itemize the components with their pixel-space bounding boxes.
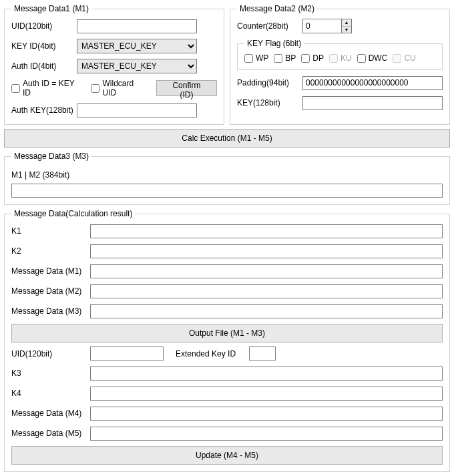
- checkbox-dwc[interactable]: DWC: [357, 53, 388, 63]
- output-md2[interactable]: [90, 284, 443, 298]
- label-authkey: Auth KEY(128bit): [11, 105, 77, 115]
- label-uid: UID(120bit): [11, 21, 77, 31]
- groupbox-m3: Message Data3 (M3) M1 | M2 (384bit): [4, 152, 450, 205]
- legend-calc-result: Message Data(Calculation result): [11, 209, 135, 218]
- input-uid[interactable]: [77, 19, 197, 33]
- label-k1: K1: [11, 226, 90, 236]
- checkbox-ku: KU: [329, 53, 352, 63]
- label-md2: Message Data (M2): [11, 286, 90, 296]
- label-authid: Auth ID(4bit): [11, 61, 77, 71]
- calc-execution-button[interactable]: Calc Execution (M1 - M5): [4, 129, 450, 148]
- label-keyid: KEY ID(4bit): [11, 41, 77, 51]
- select-authid[interactable]: MASTER_ECU_KEY: [77, 59, 197, 73]
- output-k4[interactable]: [90, 387, 443, 401]
- output-md4[interactable]: [90, 407, 443, 421]
- label-m1m2: M1 | M2 (384bit): [11, 170, 443, 180]
- output-k1[interactable]: [90, 224, 443, 238]
- label-k3: K3: [11, 369, 90, 378]
- groupbox-m1: Message Data1 (M1) UID(120bit) KEY ID(4b…: [4, 4, 224, 125]
- label-md1: Message Data (M1): [11, 266, 90, 276]
- label-counter: Counter(28bit): [237, 21, 302, 31]
- input-counter[interactable]: [302, 19, 341, 33]
- input-m1m2[interactable]: [11, 184, 443, 198]
- checkbox-authid-equals-keyid[interactable]: Auth ID = KEY ID: [11, 79, 84, 97]
- label-calc-uid: UID(120bit): [11, 349, 90, 359]
- checkbox-cu: CU: [393, 53, 415, 63]
- label-k2: K2: [11, 246, 90, 256]
- legend-m2: Message Data2 (M2): [237, 4, 317, 13]
- spinner-down-icon[interactable]: ▼: [342, 27, 351, 33]
- output-calc-uid[interactable]: [90, 346, 164, 361]
- output-k2[interactable]: [90, 244, 443, 258]
- legend-m1: Message Data1 (M1): [11, 4, 91, 13]
- output-k3[interactable]: [90, 367, 443, 381]
- label-k4: K4: [11, 389, 90, 398]
- label-ext-keyid: Extended Key ID: [176, 349, 249, 359]
- output-md3[interactable]: [90, 304, 443, 318]
- spinner-counter[interactable]: ▲ ▼: [302, 19, 352, 33]
- groupbox-m2: Message Data2 (M2) Counter(28bit) ▲ ▼ KE…: [230, 4, 450, 125]
- update-button[interactable]: Update (M4 - M5): [11, 446, 443, 465]
- output-md5[interactable]: [90, 427, 443, 441]
- label-md3: Message Data (M3): [11, 306, 90, 316]
- label-md5: Message Data (M5): [11, 429, 90, 438]
- input-authkey[interactable]: [77, 103, 197, 117]
- checkbox-wp[interactable]: WP: [244, 53, 268, 63]
- checkbox-dp[interactable]: DP: [301, 53, 324, 63]
- groupbox-keyflag: KEY Flag (6bit) WP BP DP KU DWC CU: [237, 39, 443, 70]
- groupbox-calc-result: Message Data(Calculation result) K1 K2 M…: [4, 209, 450, 472]
- label-md4: Message Data (M4): [11, 409, 90, 418]
- input-padding[interactable]: [302, 76, 443, 90]
- output-md1[interactable]: [90, 264, 443, 278]
- confirm-id-button[interactable]: Confirm (ID): [156, 80, 217, 96]
- output-file-button[interactable]: Output File (M1 - M3): [11, 324, 443, 342]
- checkbox-authid-equals-keyid-input[interactable]: [11, 84, 20, 93]
- spinner-up-icon[interactable]: ▲: [342, 19, 351, 27]
- legend-m3: Message Data3 (M3): [11, 152, 91, 161]
- input-key[interactable]: [302, 96, 443, 110]
- label-key: KEY(128bit): [237, 98, 302, 107]
- checkbox-wildcard-uid-input[interactable]: [91, 84, 99, 93]
- checkbox-wildcard-uid[interactable]: Wildcard UID: [91, 79, 149, 97]
- checkbox-bp[interactable]: BP: [274, 53, 296, 63]
- select-keyid[interactable]: MASTER_ECU_KEY: [77, 39, 197, 53]
- legend-keyflag: KEY Flag (6bit): [244, 39, 304, 48]
- output-ext-keyid[interactable]: [249, 346, 276, 361]
- label-padding: Padding(94bit): [237, 78, 302, 87]
